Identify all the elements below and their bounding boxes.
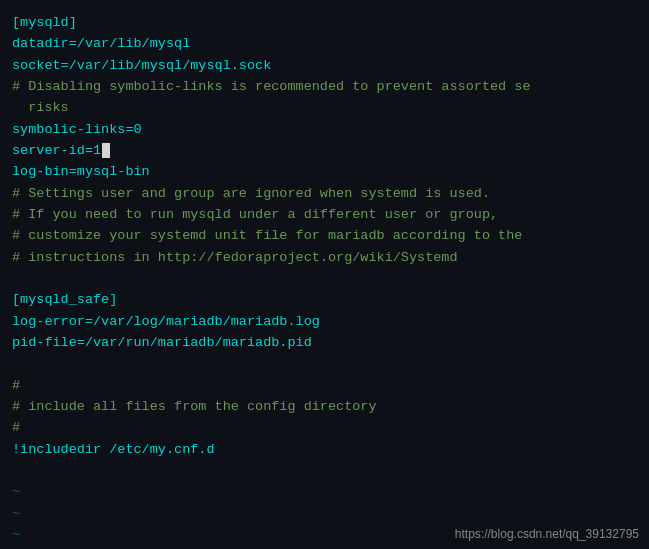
line-22: ~ (12, 481, 637, 502)
line-3: socket=/var/lib/mysql/mysql.sock (12, 55, 637, 76)
line-21 (12, 460, 637, 481)
line-8: # Settings user and group are ignored wh… (12, 183, 637, 204)
watermark: https://blog.csdn.net/qq_39132795 (455, 527, 639, 541)
line-5: symbolic-links=0 (12, 119, 637, 140)
line-9: # If you need to run mysqld under a diff… (12, 204, 637, 225)
line-25: ~ (12, 545, 637, 549)
line-19: # (12, 417, 637, 438)
line-23: ~ (12, 503, 637, 524)
line-6: server-id=1 (12, 140, 637, 161)
line-16 (12, 353, 637, 374)
line-10: # customize your systemd unit file for m… (12, 225, 637, 246)
text-cursor (102, 143, 110, 158)
line-7: log-bin=mysql-bin (12, 161, 637, 182)
code-area: [mysqld] datadir=/var/lib/mysql socket=/… (4, 8, 645, 549)
line-14: log-error=/var/log/mariadb/mariadb.log (12, 311, 637, 332)
editor-container: [mysqld] datadir=/var/lib/mysql socket=/… (0, 0, 649, 549)
line-18: # include all files from the config dire… (12, 396, 637, 417)
line-11: # instructions in http://fedoraproject.o… (12, 247, 637, 268)
line-15: pid-file=/var/run/mariadb/mariadb.pid (12, 332, 637, 353)
line-2: datadir=/var/lib/mysql (12, 33, 637, 54)
line-1: [mysqld] (12, 12, 637, 33)
line-4b: risks (12, 97, 637, 118)
line-12 (12, 268, 637, 289)
line-13: [mysqld_safe] (12, 289, 637, 310)
line-4: # Disabling symbolic-links is recommende… (12, 76, 637, 97)
line-17: # (12, 375, 637, 396)
line-20: !includedir /etc/my.cnf.d (12, 439, 637, 460)
